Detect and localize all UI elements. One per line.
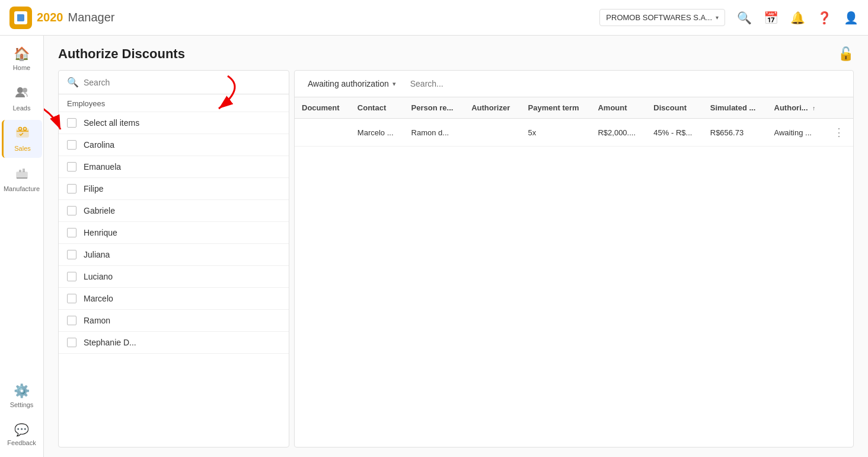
employee-name: Emanuela	[84, 162, 121, 172]
select-all-checkbox[interactable]	[67, 118, 76, 128]
col-payment-term: Payment term	[521, 97, 591, 119]
employee-checkbox[interactable]	[67, 228, 76, 237]
table-body: Marcelo ... Ramon d... 5x R$2,000.... 45…	[295, 119, 853, 147]
logo-icon	[9, 7, 32, 29]
select-all-label: Select all items	[84, 118, 139, 128]
employee-name: Marcelo	[84, 294, 113, 303]
sidebar-label-leads: Leads	[13, 104, 31, 112]
svg-rect-9	[17, 172, 27, 178]
employee-name: Ramon	[84, 316, 110, 325]
table-container: Document Contact Person re... Authorizer…	[295, 97, 853, 147]
page-header: Authorize Discounts 🔓	[44, 36, 868, 70]
sidebar-label-manufacture: Manufacture	[4, 185, 40, 192]
right-panel: Awaiting authorization ▾ Document Contac…	[294, 70, 854, 448]
leads-icon	[14, 85, 30, 102]
cell-more[interactable]: ⋮	[826, 119, 853, 147]
list-item[interactable]: Gabriele	[59, 200, 289, 222]
col-actions	[826, 97, 853, 119]
col-amount: Amount	[591, 97, 646, 119]
employee-name: Carolina	[84, 140, 114, 150]
company-chevron-icon: ▾	[716, 14, 719, 21]
list-item[interactable]: Ramon	[59, 310, 289, 332]
sidebar-item-leads[interactable]: Leads	[2, 80, 42, 118]
table-header: Document Contact Person re... Authorizer…	[295, 97, 853, 119]
svg-point-4	[17, 87, 23, 93]
svg-rect-11	[23, 169, 25, 172]
employee-checkbox[interactable]	[67, 206, 76, 215]
col-authori[interactable]: Authori... ↑	[767, 97, 826, 119]
list-item[interactable]: Juliana	[59, 244, 289, 266]
sidebar-item-feedback[interactable]: 💬 Feedback	[2, 417, 42, 452]
sidebar-item-sales[interactable]: Sales	[2, 120, 42, 158]
content-area: Authorize Discounts 🔓	[44, 36, 868, 457]
employee-checkbox[interactable]	[67, 250, 76, 259]
main-layout: 🏠 Home Leads	[0, 36, 868, 457]
list-item[interactable]: Marcelo	[59, 288, 289, 310]
cell-simulated: R$656.73	[703, 119, 767, 147]
list-item[interactable]: Stephanie D...	[59, 332, 289, 354]
col-person-re: Person re...	[404, 97, 465, 119]
manufacture-icon	[14, 166, 30, 183]
col-simulated: Simulated ...	[703, 97, 767, 119]
cell-contact[interactable]: Marcelo ...	[350, 119, 404, 147]
employee-checkbox[interactable]	[67, 316, 76, 325]
sidebar-item-manufacture[interactable]: Manufacture	[2, 160, 42, 198]
bell-icon[interactable]: 🔔	[790, 11, 805, 25]
employee-checkbox[interactable]	[67, 338, 76, 347]
col-authorizer: Authorizer	[464, 97, 521, 119]
more-options-icon[interactable]: ⋮	[834, 126, 844, 138]
calendar-icon[interactable]: 📅	[764, 11, 778, 25]
employee-name: Filipe	[84, 184, 103, 193]
content-body: 🔍 Employees Select all items Carolina	[44, 70, 868, 457]
sales-icon	[15, 126, 30, 142]
select-all-item[interactable]: Select all items	[59, 112, 289, 134]
col-contact: Contact	[350, 97, 404, 119]
table-search-input[interactable]	[406, 77, 845, 91]
table-row[interactable]: Marcelo ... Ramon d... 5x R$2,000.... 45…	[295, 119, 853, 147]
employee-checkbox[interactable]	[67, 184, 76, 193]
logo-year: 2020	[37, 11, 63, 24]
employee-name: Luciano	[84, 272, 113, 281]
sidebar-item-home[interactable]: 🏠 Home	[2, 40, 42, 77]
page-title: Authorize Discounts	[58, 46, 185, 62]
feedback-icon: 💬	[14, 423, 29, 437]
help-icon[interactable]: ❓	[817, 11, 832, 25]
left-panel: 🔍 Employees Select all items Carolina	[58, 70, 289, 448]
search-box: 🔍	[59, 71, 289, 94]
cell-authori: Awaiting ...	[767, 119, 826, 147]
settings-icon: ⚙️	[14, 383, 30, 399]
employee-checkbox[interactable]	[67, 140, 76, 150]
employee-checkbox[interactable]	[67, 294, 76, 303]
home-icon: 🏠	[14, 46, 30, 62]
cell-person-re: Ramon d...	[404, 119, 465, 147]
employee-checkbox[interactable]	[67, 272, 76, 281]
svg-rect-10	[19, 170, 21, 172]
employee-name: Gabriele	[84, 206, 115, 215]
lock-icon[interactable]: 🔓	[838, 46, 854, 62]
list-item[interactable]: Luciano	[59, 266, 289, 288]
list-item[interactable]: Henrique	[59, 222, 289, 244]
sort-icon: ↑	[812, 105, 815, 112]
company-name: PROMOB SOFTWARES S.A...	[606, 13, 712, 22]
list-item[interactable]: Carolina	[59, 134, 289, 156]
dropdown-chevron-icon: ▾	[392, 80, 396, 88]
logo-manager: Manager	[68, 11, 115, 24]
employee-search-input[interactable]	[84, 78, 280, 87]
svg-point-5	[23, 88, 27, 93]
svg-rect-0	[15, 12, 26, 23]
cell-discount: 45% - R$...	[646, 119, 703, 147]
svg-rect-2	[17, 20, 19, 21]
user-icon[interactable]: 👤	[844, 11, 859, 25]
sidebar-item-settings[interactable]: ⚙️ Settings	[2, 377, 42, 414]
list-item[interactable]: Filipe	[59, 178, 289, 200]
right-toolbar: Awaiting authorization ▾	[295, 71, 853, 97]
cell-amount: R$2,000....	[591, 119, 646, 147]
svg-rect-1	[17, 14, 22, 19]
company-selector[interactable]: PROMOB SOFTWARES S.A... ▾	[599, 9, 725, 26]
employee-checkbox[interactable]	[67, 162, 76, 172]
search-icon[interactable]: 🔍	[737, 11, 752, 25]
employee-name: Stephanie D...	[84, 338, 136, 347]
list-item[interactable]: Emanuela	[59, 156, 289, 178]
status-dropdown[interactable]: Awaiting authorization ▾	[303, 77, 401, 91]
svg-rect-3	[20, 20, 21, 21]
